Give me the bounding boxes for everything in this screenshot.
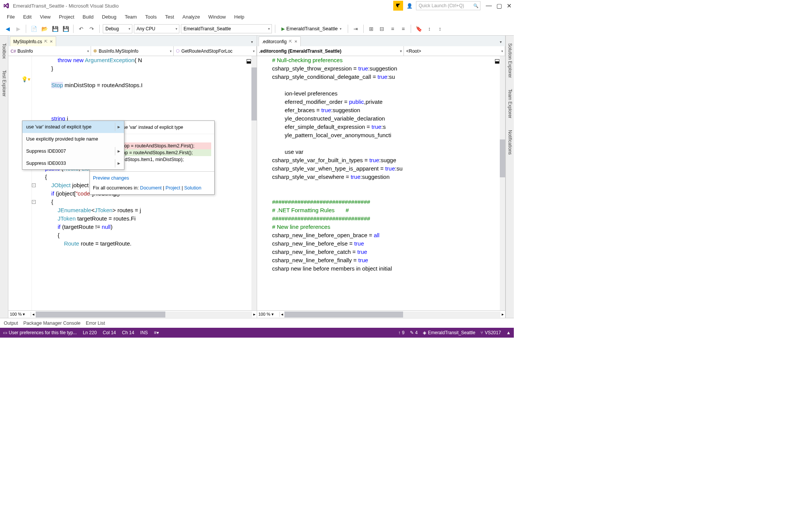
redo-button[interactable]: ↷ xyxy=(87,24,96,33)
status-ins: INS xyxy=(140,330,148,335)
menu-team[interactable]: Team xyxy=(121,13,141,21)
status-task: ▭ User preferences for this file typ... xyxy=(3,330,77,335)
pin-icon[interactable]: ⇱ xyxy=(44,39,47,44)
test-explorer-tab[interactable]: Test Explorer xyxy=(2,70,7,97)
right-zoom-bar: 100 % ▾ ◂ ▸ xyxy=(257,310,505,318)
notifications-tab[interactable]: Notifications xyxy=(507,130,513,155)
status-publish-icon[interactable]: ▲ xyxy=(506,330,511,335)
scroll-right-icon[interactable]: ▸ xyxy=(252,312,257,317)
status-repo[interactable]: ◈ EmeraldTransit_Seattle xyxy=(423,330,475,335)
platform-select[interactable]: Any CPU xyxy=(134,24,179,33)
fix-document-link[interactable]: Document xyxy=(140,185,162,191)
split-button-icon[interactable]: ⬓ xyxy=(494,57,499,61)
notification-flag-icon[interactable] xyxy=(393,1,403,11)
undo-button[interactable]: ↶ xyxy=(77,24,86,33)
nav-back-button[interactable]: ◀ xyxy=(3,24,12,33)
save-all-button[interactable]: 💾 xyxy=(61,24,70,33)
toolbar-icon-2[interactable]: ⊟ xyxy=(377,24,386,33)
tab-editorconfig[interactable]: .editorconfig ⇱ ✕ xyxy=(259,36,301,46)
close-tab-icon[interactable]: ✕ xyxy=(294,39,297,44)
output-tab[interactable]: Output xyxy=(4,321,18,326)
team-explorer-tab[interactable]: Team Explorer xyxy=(507,89,513,118)
hscroll-track[interactable] xyxy=(36,311,252,318)
lightbulb-icon[interactable]: 💡▾ xyxy=(21,75,30,83)
qa-suppress-0033[interactable]: Suppress IDE0033▶ xyxy=(22,157,124,169)
left-vscroll[interactable] xyxy=(251,56,257,310)
menu-help[interactable]: Help xyxy=(231,13,248,21)
menu-file[interactable]: File xyxy=(3,13,19,21)
tab-mystopinfo[interactable]: MyStopInfo.cs ⇱ ✕ xyxy=(10,36,56,46)
menu-edit[interactable]: Edit xyxy=(19,13,35,21)
split-button-icon[interactable]: ⬓ xyxy=(246,57,251,61)
open-file-button[interactable]: 📂 xyxy=(40,24,49,33)
status-branch[interactable]: ⑂ VS2017 xyxy=(480,330,501,335)
right-code-area[interactable]: # Null-checking preferences csharp_style… xyxy=(257,56,505,310)
toolbar-icon-1[interactable]: ⊞ xyxy=(367,24,376,33)
nav-forward-button[interactable]: ▶ xyxy=(14,24,23,33)
fix-solution-link[interactable]: Solution xyxy=(184,185,201,191)
scroll-left-icon[interactable]: ◂ xyxy=(31,312,36,317)
status-col: Col 14 xyxy=(103,330,116,335)
indent-button[interactable]: ≡ xyxy=(388,24,397,33)
minimize-button[interactable]: — xyxy=(486,2,492,9)
toolbox-tab[interactable]: Toolbox xyxy=(2,43,7,59)
toolbar-icon-4[interactable]: ↕ xyxy=(435,24,444,33)
toolbar-icon-3[interactable]: ↕ xyxy=(425,24,434,33)
bookmark-button[interactable]: 🔖 xyxy=(414,24,423,33)
save-button[interactable]: 💾 xyxy=(50,24,60,33)
menu-tools[interactable]: Tools xyxy=(141,13,160,21)
menu-analyze[interactable]: Analyze xyxy=(179,13,204,21)
error-list-tab[interactable]: Error List xyxy=(86,321,105,326)
bottom-tool-tabs: Output Package Manager Console Error Lis… xyxy=(0,318,514,328)
close-button[interactable]: ✕ xyxy=(507,2,512,9)
nav-class[interactable]: ⬢BusInfo.MyStopInfo xyxy=(91,46,174,56)
preview-changes-link[interactable]: Preview changes xyxy=(93,175,129,181)
status-pending-changes[interactable]: ↑ 9 xyxy=(398,330,405,335)
menu-debug[interactable]: Debug xyxy=(98,13,120,21)
menu-window[interactable]: Window xyxy=(204,13,229,21)
package-manager-tab[interactable]: Package Manager Console xyxy=(24,321,81,326)
tab-dropdown-icon[interactable]: ▾ xyxy=(496,37,505,46)
quick-launch-input[interactable]: Quick Launch (Ctrl+Q) xyxy=(416,1,480,10)
hscroll-track[interactable] xyxy=(284,311,501,318)
solution-explorer-tab[interactable]: Solution Explorer xyxy=(507,43,513,78)
zoom-select[interactable]: 100 % ▾ xyxy=(8,312,31,317)
qa-suppress-0007[interactable]: Suppress IDE0007▶ xyxy=(22,145,124,157)
left-code-area[interactable]: 💡▾ − − − − throw new ArgumentException( … xyxy=(8,56,257,310)
maximize-button[interactable]: ▢ xyxy=(496,2,502,9)
status-edits[interactable]: ✎ 4 xyxy=(410,330,418,335)
menu-test[interactable]: Test xyxy=(161,13,178,21)
tab-dropdown-icon[interactable]: ▾ xyxy=(248,37,257,46)
nav-member[interactable]: ⬡GetRouteAndStopForLoc xyxy=(174,46,256,56)
config-select[interactable]: Debug xyxy=(103,24,132,33)
start-debug-button[interactable]: ▶ EmeraldTransit_Seattle ▾ xyxy=(278,24,345,33)
nav-project[interactable]: C#BusInfo xyxy=(8,46,91,56)
zoom-select[interactable]: 100 % ▾ xyxy=(257,312,280,317)
scroll-right-icon[interactable]: ▸ xyxy=(501,312,505,317)
startup-project-select[interactable]: EmeraldTransit_Seattle xyxy=(181,24,272,33)
outdent-button[interactable]: ≡ xyxy=(399,24,408,33)
right-vscroll[interactable] xyxy=(500,56,505,310)
fold-toggle[interactable]: − xyxy=(32,183,36,187)
vs-logo-icon xyxy=(2,2,10,9)
close-tab-icon[interactable]: ✕ xyxy=(50,39,53,44)
nav-file[interactable]: .editorconfig (EmeraldTransit_Seattle) xyxy=(257,46,404,56)
pin-icon[interactable]: ⇱ xyxy=(289,39,292,44)
preview-footer: Preview changes Fix all occurrences in: … xyxy=(90,171,214,194)
right-nav-bar: .editorconfig (EmeraldTransit_Seattle) <… xyxy=(257,46,505,56)
scroll-left-icon[interactable]: ◂ xyxy=(280,312,284,317)
nav-root[interactable]: <Root> xyxy=(404,46,505,56)
menu-project[interactable]: Project xyxy=(55,13,78,21)
status-lines-icon[interactable]: ≡▾ xyxy=(154,330,159,335)
menu-view[interactable]: View xyxy=(36,13,54,21)
submenu-arrow-icon: ▶ xyxy=(115,123,120,131)
fold-toggle[interactable]: − xyxy=(32,200,36,204)
qa-use-var[interactable]: use 'var' instead of explicit type▶ xyxy=(22,121,124,133)
feedback-icon[interactable]: 👤 xyxy=(405,1,414,11)
title-buttons: 👤 Quick Launch (Ctrl+Q) — ▢ ✕ xyxy=(393,1,512,11)
fix-project-link[interactable]: Project xyxy=(166,185,181,191)
menu-build[interactable]: Build xyxy=(79,13,97,21)
qa-tuple-name[interactable]: Use explicitly provided tuple name xyxy=(22,133,124,145)
step-button[interactable]: ⇥ xyxy=(351,24,360,33)
new-project-button[interactable]: 📄 xyxy=(29,24,38,33)
